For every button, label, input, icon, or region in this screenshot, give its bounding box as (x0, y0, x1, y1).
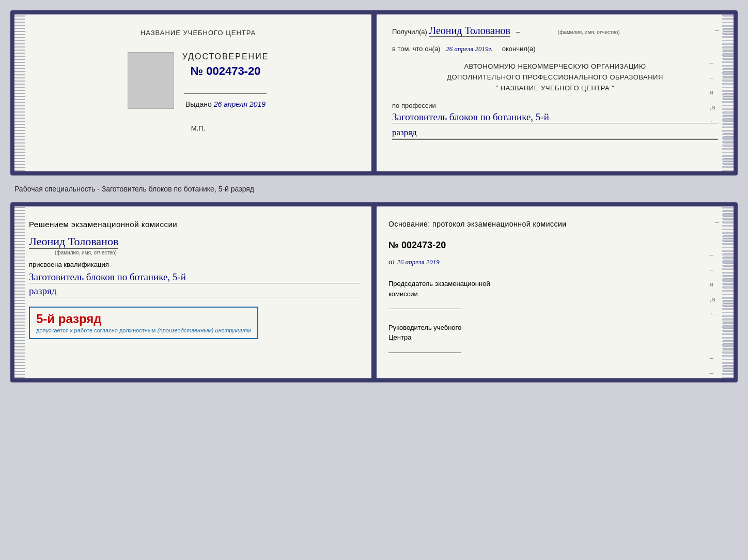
director-sign-line (388, 343, 461, 353)
chair-label2: комиссии (388, 289, 719, 299)
underline-rank: разряд (392, 127, 718, 140)
chair-sign-block: Председатель экзаменационной комиссии (388, 279, 719, 312)
top-dash-1: – (715, 26, 719, 34)
profession-value: Заготовитель блоков по ботанике, 5-й (392, 111, 718, 123)
chair-label1: Председатель экзаменационной (388, 279, 719, 289)
photo-placeholder (128, 52, 174, 109)
received-prefix: Получил(а) (392, 28, 427, 36)
card1-right-panel: – Получил(а) Леонид Толованов – (фамилия… (382, 14, 734, 171)
right-dashes-2: ––иˌа←––––– (710, 248, 720, 380)
director-label2: Центра (388, 332, 719, 343)
issued-line: Выдано 26 апреля 2019 (185, 100, 266, 108)
stamp-italic: (производственным) инструкциям (158, 327, 251, 333)
card2-left-panel: Решением экзаменационной комиссии Леонид… (14, 206, 374, 378)
rank-value-1: разряд (392, 127, 718, 138)
certificate-card-1: НАЗВАНИЕ УЧЕБНОГО ЦЕНТРА УДОСТОВЕРЕНИЕ №… (10, 10, 738, 175)
name-label-1: (фамилия, имя, отчество) (522, 29, 656, 35)
c2-name-label: (фамилия, имя, отчество) (29, 250, 143, 255)
spine-right-1 (723, 14, 734, 171)
cert-number: № 002473-20 (191, 65, 261, 78)
spine-right-2 (723, 206, 734, 378)
chair-sign-line (388, 299, 461, 309)
director-label1: Руководитель учебного (388, 323, 719, 333)
card1-left-inner: УДОСТОВЕРЕНИЕ № 002473-20 Выдано 26 апре… (128, 52, 269, 119)
top-dash-2: – (715, 218, 719, 226)
cert-label: УДОСТОВЕРЕНИЕ (182, 52, 269, 61)
stamp-box: 5-й разряд допускается к работе согласно… (29, 307, 258, 339)
received-name: Леонид Толованов (429, 25, 511, 37)
stamp-rank: 5-й разряд (36, 312, 251, 326)
page-wrapper: НАЗВАНИЕ УЧЕБНОГО ЦЕНТРА УДОСТОВЕРЕНИЕ №… (10, 10, 738, 382)
org-line1: АВТОНОМНУЮ НЕКОММЕРЧЕСКУЮ ОРГАНИЗАЦИЮ (392, 61, 718, 72)
c2-qual-value: Заготовитель блоков по ботанике, 5-й (29, 271, 360, 283)
c2-rank-value: разряд (29, 285, 360, 297)
mp-label: М.П. (191, 124, 205, 132)
org-name-left: НАЗВАНИЕ УЧЕБНОГО ЦЕНТРА (141, 29, 256, 37)
from-date-val: 26 апреля 2019 (397, 258, 440, 266)
protocol-number: № 002473-20 (388, 240, 719, 251)
received-line: Получил(а) Леонид Толованов – (фамилия, … (392, 25, 718, 37)
org-line3: " НАЗВАНИЕ УЧЕБНОГО ЦЕНТРА " (392, 83, 718, 94)
stamp-allowed: допускается к работе согласно должностны… (36, 327, 155, 333)
org-block: АВТОНОМНУЮ НЕКОММЕРЧЕСКУЮ ОРГАНИЗАЦИЮ ДО… (392, 61, 718, 93)
basis-title: Основание: протокол экзаменационной коми… (388, 219, 719, 230)
director-sign-block: Руководитель учебного Центра (388, 323, 719, 356)
left-text-col: УДОСТОВЕРЕНИЕ № 002473-20 Выдано 26 апре… (182, 52, 269, 108)
certificate-card-2: Решением экзаменационной комиссии Леонид… (10, 202, 738, 382)
certify-prefix: в том, что он(а) (392, 45, 440, 53)
org-line2: ДОПОЛНИТЕЛЬНОГО ПРОФЕССИОНАЛЬНОГО ОБРАЗО… (392, 72, 718, 83)
profession-block: по профессии Заготовитель блоков по бота… (392, 102, 718, 123)
c2-person-block: Леонид Толованов (фамилия, имя, отчество… (29, 235, 360, 255)
from-date-line: от 26 апреля 2019 (388, 258, 719, 266)
certify-date: 26 апреля 2019г. (446, 45, 492, 53)
from-prefix: от (388, 258, 395, 266)
issued-date: 26 апреля 2019 (214, 100, 266, 108)
c2-person-name: Леонид Толованов (29, 235, 118, 249)
issued-prefix: Выдано (185, 100, 212, 108)
certify-line: в том, что он(а) 26 апреля 2019г. окончи… (392, 45, 718, 53)
card1-left-panel: НАЗВАНИЕ УЧЕБНОГО ЦЕНТРА УДОСТОВЕРЕНИЕ №… (14, 14, 382, 171)
certify-suffix: окончил(а) (502, 45, 536, 53)
right-dashes-1: ––иˌа←–– (710, 56, 720, 145)
specialty-line: Рабочая специальность - Заготовитель бло… (10, 185, 738, 193)
profession-label: по профессии (392, 102, 436, 109)
assigned-qual-label: присвоена квалификация (29, 261, 360, 268)
commission-title: Решением экзаменационной комиссии (29, 219, 360, 231)
commission-line1: Решением экзаменационной комиссии (29, 220, 177, 229)
card2-right-panel: – Основание: протокол экзаменационной ко… (374, 206, 734, 378)
